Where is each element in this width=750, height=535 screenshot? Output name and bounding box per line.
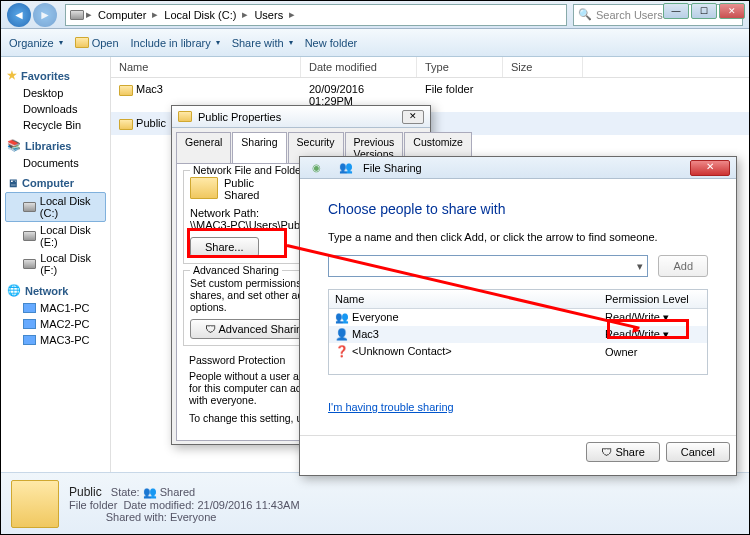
add-button[interactable]: Add [658,255,708,277]
details-name: Public [69,485,102,499]
column-name[interactable]: Name [329,290,599,308]
sidebar-item-local-disk-f[interactable]: Local Disk (F:) [5,250,106,278]
sidebar-item-network-pc[interactable]: MAC1-PC [5,300,106,316]
share-with-menu[interactable]: Share with [232,37,293,49]
dialog-titlebar[interactable]: Public Properties ✕ [172,106,430,128]
sidebar-item-desktop[interactable]: Desktop [5,85,106,101]
favorites-header[interactable]: ★Favorites [7,69,106,82]
computer-header[interactable]: 🖥 Computer [7,177,106,189]
drive-icon [23,259,36,269]
breadcrumb-item[interactable]: Computer [94,9,150,21]
cancel-button[interactable]: Cancel [666,442,730,462]
share-row[interactable]: ❓ <Unknown Contact> Owner [329,343,707,360]
include-library-menu[interactable]: Include in library [131,37,220,49]
breadcrumb-item[interactable]: Local Disk (C:) [160,9,240,21]
new-folder-button[interactable]: New folder [305,37,358,49]
minimize-button[interactable]: — [663,3,689,19]
file-list-header[interactable]: Name Date modified Type Size [111,57,749,78]
pc-icon [23,335,36,345]
column-size[interactable]: Size [503,57,583,77]
organize-menu[interactable]: Organize [9,37,63,49]
pc-icon [23,319,36,329]
annotation-highlight [187,228,287,258]
dialog-title: File Sharing [363,162,422,174]
back-button[interactable]: ◄ [7,3,31,27]
folder-icon [178,111,192,122]
dialog-title: Public Properties [198,111,281,123]
file-sharing-dialog: ◉ 👥 File Sharing ✕ Choose people to shar… [299,156,737,476]
column-name[interactable]: Name [111,57,301,77]
open-button[interactable]: Open [75,37,119,49]
breadcrumb-item[interactable]: Users [250,9,287,21]
network-header[interactable]: 🌐 Network [7,284,106,297]
dialog-close-button[interactable]: ✕ [690,160,730,176]
maximize-button[interactable]: ☐ [691,3,717,19]
details-pane: Public State: 👥 Shared File folder Date … [1,472,749,534]
star-icon: ★ [7,69,17,82]
trouble-sharing-link[interactable]: I'm having trouble sharing [328,401,454,413]
dialog-close-button[interactable]: ✕ [402,110,424,124]
drive-icon [23,202,36,212]
sidebar-item-local-disk-e[interactable]: Local Disk (E:) [5,222,106,250]
sidebar-item-recycle-bin[interactable]: Recycle Bin [5,117,106,133]
toolbar: Organize Open Include in library Share w… [1,29,749,57]
computer-icon [70,10,84,20]
folder-icon [119,85,133,96]
close-button[interactable]: ✕ [719,3,745,19]
drive-icon [23,231,36,241]
column-date[interactable]: Date modified [301,57,417,77]
sidebar-item-local-disk-c[interactable]: Local Disk (C:) [5,192,106,222]
dialog-heading: Choose people to share with [328,201,708,217]
sidebar-item-documents[interactable]: Documents [5,155,106,171]
navigation-sidebar: ★Favorites Desktop Downloads Recycle Bin… [1,57,111,472]
shared-icon: 👥 [143,486,157,498]
sidebar-item-network-pc[interactable]: MAC3-PC [5,332,106,348]
tab-general[interactable]: General [176,132,231,163]
folder-icon [190,177,218,199]
libraries-header[interactable]: 📚 Libraries [7,139,106,152]
column-type[interactable]: Type [417,57,503,77]
pc-icon [23,303,36,313]
folder-icon [75,37,89,48]
window-titlebar: ◄ ► ▸ Computer▸ Local Disk (C:)▸ Users▸ … [1,1,749,29]
column-permission[interactable]: Permission Level [599,290,707,308]
forward-button[interactable]: ► [33,3,57,27]
sidebar-item-downloads[interactable]: Downloads [5,101,106,117]
dialog-titlebar[interactable]: ◉ 👥 File Sharing [300,157,736,179]
tab-sharing[interactable]: Sharing [232,132,286,163]
folder-large-icon [11,480,59,528]
folder-icon [119,119,133,130]
dialog-subtext: Type a name and then click Add, or click… [328,231,708,243]
sidebar-item-network-pc[interactable]: MAC2-PC [5,316,106,332]
breadcrumb[interactable]: ▸ Computer▸ Local Disk (C:)▸ Users▸ [65,4,567,26]
share-button[interactable]: 🛡 Share [586,442,659,462]
